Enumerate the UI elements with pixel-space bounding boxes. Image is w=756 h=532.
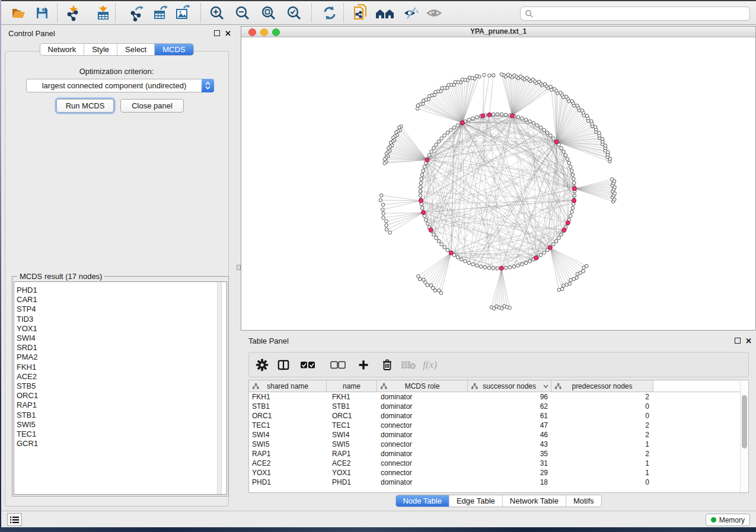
mcds-result-item[interactable]: PMA2: [17, 352, 227, 362]
mcds-result-item[interactable]: ORC1: [17, 391, 227, 400]
table-row[interactable]: YOX1YOX1connector291: [249, 468, 748, 477]
table-cell: 46: [468, 430, 551, 440]
tab-edge-table[interactable]: Edge Table: [449, 495, 503, 507]
show-eye-icon[interactable]: [425, 4, 444, 22]
save-icon[interactable]: [33, 4, 52, 22]
mcds-result-item[interactable]: RAP1: [17, 400, 227, 410]
mcds-result-item[interactable]: STB1: [17, 411, 227, 420]
mcds-result-item[interactable]: STP4: [17, 305, 227, 314]
mcds-list-scrollbar[interactable]: [217, 282, 222, 494]
close-panel-button[interactable]: Close panel: [120, 99, 184, 113]
memory-status-icon: [711, 517, 716, 523]
table-cell: FKH1: [327, 392, 377, 402]
splitter-handle[interactable]: [237, 265, 241, 270]
hide-eye-icon[interactable]: [401, 4, 420, 22]
table-cell: ORC1: [327, 411, 377, 421]
home-layout-icon[interactable]: [375, 4, 394, 22]
import-network-icon[interactable]: [64, 4, 83, 22]
mcds-result-item[interactable]: FKH1: [17, 363, 227, 372]
mcds-result-item[interactable]: SRD1: [17, 343, 227, 352]
tab-mcds[interactable]: MCDS: [155, 44, 193, 55]
mcds-result-legend: MCDS result (17 nodes): [17, 272, 104, 281]
refresh-icon[interactable]: [320, 4, 339, 22]
mcds-result-list[interactable]: PHD1CAR1STP4TID3YOX1SWI4SRD1PMA2FKH1ACE2…: [14, 281, 227, 495]
mcds-result-item[interactable]: YOX1: [17, 324, 227, 334]
tab-style[interactable]: Style: [84, 44, 117, 55]
delete-column-icon[interactable]: [378, 356, 396, 374]
close-window-icon[interactable]: [248, 28, 256, 36]
network-view-titlebar[interactable]: YPA_prune.txt_1: [241, 27, 755, 37]
tab-network[interactable]: Network: [40, 44, 84, 55]
float-table-panel-icon[interactable]: [735, 338, 741, 344]
close-panel-icon[interactable]: ✕: [225, 29, 231, 38]
search-input[interactable]: [520, 7, 750, 21]
zoom-out-icon[interactable]: [233, 4, 252, 22]
table-row[interactable]: FKH1FKH1dominator962: [249, 392, 748, 402]
tab-node-table[interactable]: Node Table: [395, 495, 449, 507]
mcds-result-item[interactable]: GCR1: [17, 439, 227, 448]
table-cell: 1: [551, 459, 653, 468]
column-header-successor-nodes[interactable]: successor nodes: [468, 380, 551, 392]
table-cell: 2: [551, 430, 653, 440]
table-scrollbar[interactable]: [740, 380, 748, 492]
mcds-result-item[interactable]: CAR1: [17, 295, 227, 305]
table-cell: dominator: [377, 477, 468, 487]
column-header-shared-name[interactable]: shared name: [249, 380, 327, 392]
table-cell: 47: [468, 421, 551, 430]
column-header-predecessor-nodes[interactable]: predecessor nodes: [551, 380, 653, 392]
tab-motifs[interactable]: Motifs: [566, 495, 601, 507]
control-panel-title: Control Panel: [8, 29, 55, 38]
add-column-icon[interactable]: [355, 356, 372, 374]
optimization-criterion-dropdown[interactable]: largest connected component (undirected): [26, 79, 214, 92]
mcds-result-item[interactable]: ACE2: [17, 372, 227, 382]
node-table: shared namenameMCDS rolesuccessor nodesp…: [248, 380, 749, 493]
zoom-fit-icon[interactable]: [259, 4, 278, 22]
export-table-icon[interactable]: [151, 4, 170, 22]
table-cell: 0: [551, 411, 653, 421]
run-mcds-button[interactable]: Run MCDS: [56, 99, 114, 113]
toolbar-separator: [115, 4, 116, 23]
column-header-MCDS-role[interactable]: MCDS role: [377, 380, 468, 392]
settings-gear-icon[interactable]: [253, 356, 271, 374]
table-cell: 29: [468, 468, 551, 477]
float-window-icon[interactable]: [214, 30, 220, 36]
zoom-selected-icon[interactable]: [285, 4, 304, 22]
table-row[interactable]: SWI5SWI5connector431: [249, 440, 748, 449]
column-header-name[interactable]: name: [327, 380, 377, 392]
share-document-icon[interactable]: [351, 4, 370, 22]
mcds-result-item[interactable]: TEC1: [17, 430, 227, 439]
table-scrollbar-thumb[interactable]: [742, 395, 747, 448]
table-row[interactable]: RAP1RAP1dominator352: [249, 449, 748, 459]
minimize-window-icon[interactable]: [260, 28, 268, 36]
zoom-in-icon[interactable]: [208, 4, 227, 22]
tab-select[interactable]: Select: [117, 44, 155, 55]
maximize-window-icon[interactable]: [272, 28, 280, 36]
table-row[interactable]: PHD1PHD1dominator180: [249, 477, 748, 487]
mcds-result-item[interactable]: STB5: [17, 382, 227, 391]
tab-network-table[interactable]: Network Table: [503, 495, 566, 507]
deselect-all-icon[interactable]: [329, 356, 347, 374]
open-file-icon[interactable]: [9, 4, 28, 22]
mcds-result-item[interactable]: SWI4: [17, 334, 227, 343]
mcds-result-item[interactable]: SWI5: [17, 420, 227, 430]
table-row[interactable]: ORC1ORC1dominator610: [249, 411, 748, 421]
mcds-result-item[interactable]: TID3: [17, 315, 227, 324]
table-cell: 0: [551, 402, 653, 411]
memory-button[interactable]: Memory: [706, 514, 750, 526]
export-network-icon[interactable]: [127, 4, 146, 22]
control-panel-tabs: NetworkStyleSelectMCDS: [39, 43, 193, 56]
network-canvas[interactable]: [241, 37, 755, 330]
table-row[interactable]: SWI4SWI4dominator462: [249, 430, 748, 440]
table-row[interactable]: ACE2ACE2connector311: [249, 459, 748, 468]
table-cell: YOX1: [249, 468, 327, 477]
import-table-icon[interactable]: [94, 4, 113, 22]
table-row[interactable]: TEC1TEC1connector472: [249, 421, 748, 430]
show-panels-button[interactable]: [7, 513, 22, 526]
mcds-result-item[interactable]: PHD1: [17, 286, 227, 295]
select-all-icon[interactable]: [299, 356, 317, 374]
close-table-panel-icon[interactable]: ✕: [745, 336, 752, 345]
table-cell: 61: [468, 411, 551, 421]
table-row[interactable]: STB1STB1dominator620: [249, 402, 748, 411]
show-columns-icon[interactable]: [275, 356, 292, 374]
export-image-icon[interactable]: [174, 4, 193, 22]
